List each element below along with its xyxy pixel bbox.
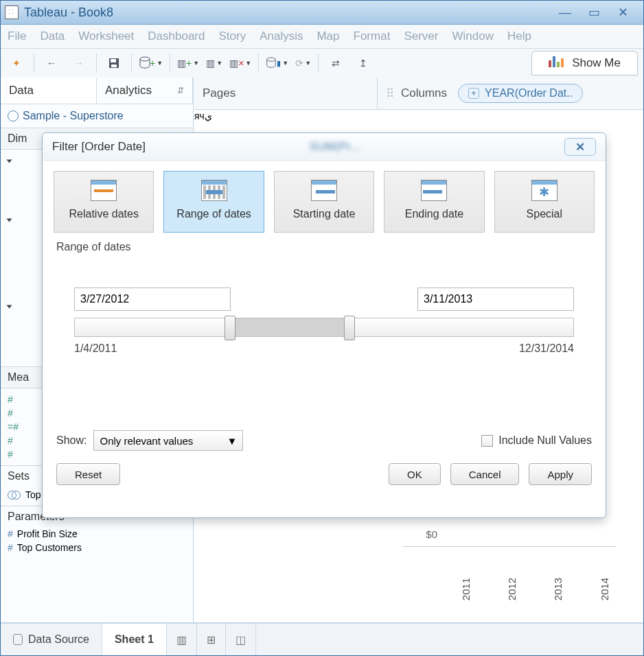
slider-handle-start[interactable] <box>225 316 235 340</box>
new-dashboard-button[interactable]: ⊞ <box>197 624 226 655</box>
cancel-button[interactable]: Cancel <box>450 463 520 485</box>
y-axis-zero: $0 <box>426 528 437 540</box>
logo-icon[interactable]: ✦ <box>6 54 27 73</box>
svg-rect-2 <box>111 65 117 67</box>
back-button[interactable]: ← <box>41 54 62 73</box>
close-button[interactable]: ✕ <box>613 5 632 19</box>
connect-button[interactable]: ▮▼ <box>266 57 288 69</box>
parameter-item[interactable]: #Profit Bin Size <box>1 527 193 541</box>
new-story-button[interactable]: ◫ <box>226 624 256 655</box>
include-null-checkbox[interactable] <box>481 435 493 447</box>
delete-sheet-button[interactable]: ▥×▼ <box>229 58 251 69</box>
bars-icon <box>549 56 565 71</box>
dialog-close-button[interactable]: ✕ <box>564 138 596 156</box>
menu-file[interactable]: File <box>8 30 26 43</box>
new-sheet-button[interactable]: ▥+▼ <box>177 58 199 69</box>
menu-help[interactable]: Help <box>507 30 531 43</box>
filter-option-ending[interactable]: Ending date <box>384 171 484 233</box>
app-icon <box>5 5 19 19</box>
parameter-item[interactable]: #Top Customers <box>1 541 193 554</box>
menu-analysis[interactable]: Analysis <box>260 30 303 43</box>
show-label: Show: <box>56 434 87 447</box>
sort-asc-button[interactable]: ↥ <box>353 54 373 73</box>
filter-option-range[interactable]: Range of dates <box>163 171 264 233</box>
filter-option-special[interactable]: ✱ Special <box>494 171 595 233</box>
reset-button[interactable]: Reset <box>56 463 120 485</box>
menu-map[interactable]: Map <box>317 30 339 43</box>
slider-handle-end[interactable] <box>344 316 355 340</box>
minimize-button[interactable]: — <box>555 5 575 19</box>
svg-point-4 <box>267 58 275 61</box>
rows-blur: SUM(Pr... <box>309 140 360 154</box>
duplicate-sheet-button[interactable]: ▥▼ <box>206 58 222 69</box>
datasource-icon <box>8 110 19 121</box>
swap-button[interactable]: ⇄ <box>325 54 346 73</box>
footer-tabs: Data Source Sheet 1 ▥ ⊞ ◫ <box>1 623 643 655</box>
show-me-button[interactable]: Show Me <box>531 51 638 75</box>
filter-option-relative[interactable]: Relative dates <box>54 171 154 233</box>
datasource-icon <box>13 634 23 645</box>
filter-option-starting[interactable]: Starting date <box>274 171 374 233</box>
tab-datasource[interactable]: Data Source <box>1 624 102 655</box>
app-window: Tableau - Book8 — ▭ ✕ File Data Workshee… <box>0 0 644 656</box>
ok-button[interactable]: OK <box>389 463 441 485</box>
menu-dashboard[interactable]: Dashboard <box>148 30 205 43</box>
menu-server[interactable]: Server <box>404 30 438 43</box>
save-button[interactable] <box>104 54 124 73</box>
filter-dialog: Filter [Order Date] SUM(Pr... ✕ Relative… <box>42 132 606 518</box>
columns-shelf-label: ⠿Columns <box>386 86 447 101</box>
menu-format[interactable]: Format <box>354 30 391 43</box>
menu-data[interactable]: Data <box>40 30 65 43</box>
menu-story[interactable]: Story <box>218 30 246 43</box>
menu-bar: File Data Worksheet Dashboard Story Anal… <box>1 25 643 49</box>
menu-worksheet[interactable]: Worksheet <box>78 30 134 43</box>
x-axis: 2011 2012 2013 2014 <box>455 583 617 595</box>
refresh-button[interactable]: ⟳▼ <box>295 58 311 69</box>
include-null-label: Include Null Values <box>498 434 592 447</box>
show-me-label: Show Me <box>572 56 621 70</box>
set-icon <box>8 491 20 499</box>
menu-window[interactable]: Window <box>452 30 493 43</box>
section-label: Range of dates <box>56 241 592 253</box>
svg-point-3 <box>140 57 150 61</box>
pages-shelf[interactable]: Pages <box>194 78 378 109</box>
svg-rect-1 <box>111 59 116 62</box>
forward-button[interactable]: → <box>69 54 89 73</box>
tab-data[interactable]: Data <box>1 78 97 104</box>
show-select[interactable]: Only relevant values▼ <box>93 430 243 451</box>
datasource-item[interactable]: Sample - Superstore <box>1 104 193 128</box>
end-date-input[interactable] <box>417 288 574 311</box>
apply-button[interactable]: Apply <box>529 463 592 485</box>
dialog-title: Filter [Order Date] <box>52 140 146 154</box>
start-date-input[interactable] <box>74 288 231 311</box>
datasource-button[interactable]: +▼ <box>139 56 163 70</box>
date-slider[interactable] <box>74 318 574 337</box>
toolbar: ✦ ← → +▼ ▥+▼ ▥▼ ▥×▼ ▮▼ ⟳▼ ⇄ ↥ Show Me <box>1 49 643 78</box>
maximize-button[interactable]: ▭ <box>584 5 603 19</box>
tab-sheet1[interactable]: Sheet 1 <box>102 624 167 655</box>
new-worksheet-button[interactable]: ▥ <box>167 624 197 655</box>
columns-pill-year[interactable]: +YEAR(Order Dat.. <box>458 84 583 103</box>
tab-analytics[interactable]: Analytics⇵ <box>97 78 193 104</box>
window-title: Tableau - Book8 <box>24 5 113 20</box>
slider-min: 1/4/2011 <box>74 342 117 355</box>
title-bar: Tableau - Book8 — ▭ ✕ <box>1 1 643 25</box>
slider-max: 12/31/2014 <box>519 342 574 355</box>
